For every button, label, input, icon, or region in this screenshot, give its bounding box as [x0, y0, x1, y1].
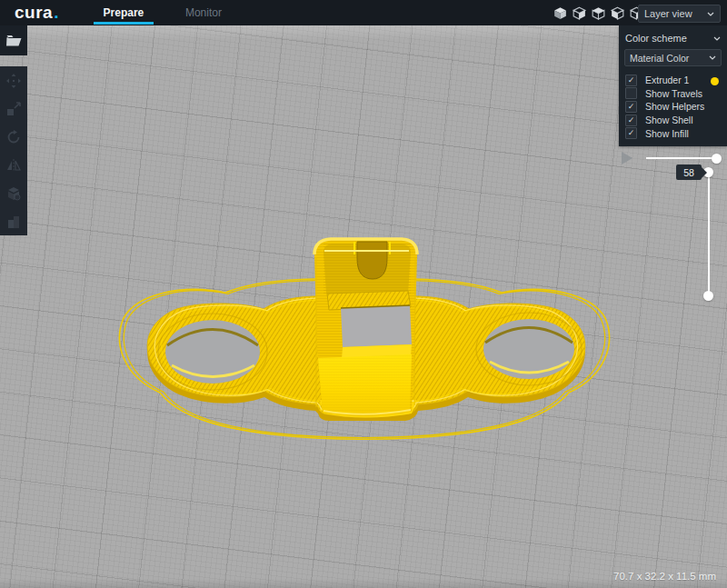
simulation-play-button[interactable] [622, 152, 632, 164]
stage-tabs: Prepare Monitor [94, 0, 254, 25]
sliced-model[interactable] [100, 230, 627, 457]
option-label: Show Helpers [645, 101, 704, 112]
rotate-tool-button[interactable] [0, 123, 27, 151]
option-label: Show Travels [645, 88, 702, 99]
checkbox[interactable]: ✓ [625, 115, 637, 126]
view-3d-icon[interactable] [553, 6, 567, 20]
viewport-top-glow [0, 25, 727, 40]
rotate-icon [6, 130, 21, 145]
option-label: Extruder 1 [645, 75, 689, 85]
layer-slider-lower-handle[interactable] [703, 291, 713, 301]
move-tool-button[interactable] [0, 66, 27, 95]
color-scheme-label: Color scheme [625, 33, 687, 44]
option-label: Show Shell [645, 115, 693, 125]
scale-icon [6, 102, 21, 116]
path-slider-handle[interactable] [712, 154, 722, 164]
chevron-down-icon [713, 36, 721, 41]
color-scheme-header[interactable]: Color scheme [619, 28, 727, 48]
tab-monitor[interactable]: Monitor [174, 0, 234, 25]
option-show-shell[interactable]: ✓ Show Shell [619, 114, 727, 127]
tab-prepare[interactable]: Prepare [94, 0, 154, 25]
mirror-icon [6, 158, 21, 173]
scale-tool-button[interactable] [0, 95, 27, 123]
color-scheme-value: Material Color [630, 53, 689, 64]
chevron-down-icon [709, 55, 716, 60]
option-extruder-1[interactable]: ✓ Extruder 1 [619, 74, 727, 87]
cura-logo: cura. [15, 0, 59, 25]
per-model-settings-button[interactable] [0, 179, 27, 207]
open-folder-icon [6, 35, 22, 46]
model-dimensions-label: 70.7 x 32.2 x 11.5 mm [613, 571, 716, 582]
layer-number-badge[interactable]: 58 [676, 164, 702, 180]
view-mode-dropdown[interactable]: Layer view [638, 5, 721, 23]
checkbox[interactable] [625, 87, 637, 99]
option-show-helpers[interactable]: ✓ Show Helpers [619, 100, 727, 114]
chevron-down-icon [707, 12, 714, 16]
layer-number: 58 [683, 167, 694, 178]
view-front-icon[interactable] [573, 6, 586, 20]
left-ring-hole [158, 314, 267, 390]
layer-slider-track[interactable] [708, 173, 710, 295]
tower [314, 239, 418, 421]
extruder-color-swatch [711, 77, 719, 85]
view-top-icon[interactable] [592, 6, 605, 20]
top-bar: cura. Prepare Monitor Layer view [0, 0, 727, 25]
logo-dot: . [54, 3, 59, 23]
layer-view-panel: Color scheme Material Color ✓ Extruder 1… [619, 25, 727, 146]
option-show-infill[interactable]: ✓ Show Infill [619, 126, 727, 140]
layer-view-options: ✓ Extruder 1 Show Travels ✓ Show Helpers… [619, 74, 727, 140]
build-plate-viewport[interactable]: 70.7 x 32.2 x 11.5 mm [0, 25, 727, 588]
support-blocker-icon [6, 214, 21, 229]
move-icon [6, 74, 21, 88]
checkbox[interactable]: ✓ [625, 127, 637, 139]
through-hole [341, 305, 412, 347]
path-slider-track[interactable] [646, 157, 717, 159]
color-scheme-dropdown[interactable]: Material Color [624, 49, 722, 66]
tower-notch [357, 242, 387, 279]
per-model-settings-icon [6, 186, 21, 201]
option-label: Show Infill [645, 128, 689, 139]
option-show-travels[interactable]: Show Travels [619, 87, 727, 101]
camera-view-buttons [553, 0, 643, 25]
right-ring-hole [476, 313, 582, 385]
checkbox[interactable]: ✓ [625, 75, 637, 86]
support-blocker-button[interactable] [0, 207, 27, 235]
tool-strip [0, 66, 27, 235]
checkbox[interactable]: ✓ [625, 101, 637, 113]
open-file-button[interactable] [0, 25, 27, 55]
mirror-tool-button[interactable] [0, 151, 27, 179]
view-left-icon[interactable] [611, 6, 624, 20]
view-mode-value: Layer view [644, 8, 692, 19]
logo-text: cura [15, 3, 53, 23]
